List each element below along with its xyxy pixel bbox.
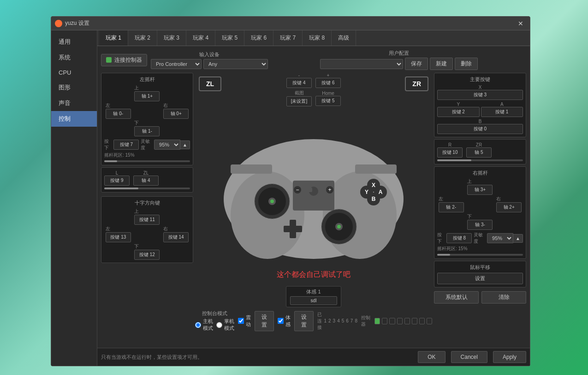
close-button[interactable]: ✕ (515, 19, 526, 28)
right-stick-sensitivity-select[interactable]: 95% (487, 233, 513, 243)
dpad-right-key[interactable]: 按键 14 (163, 232, 189, 242)
zr-title: ZR (466, 142, 492, 147)
dpad-up-key[interactable]: 按键 11 (134, 215, 160, 225)
system-default-button[interactable]: 系统默认 (434, 291, 479, 304)
minus-label: - (286, 73, 312, 78)
controller-dot-4 (397, 318, 403, 324)
screenshot-key[interactable]: [未设置] (286, 96, 312, 106)
haptic1-value[interactable]: sdl (290, 296, 337, 305)
save-config-button[interactable]: 保存 (405, 58, 428, 70)
a-key[interactable]: 按键 1 (481, 107, 523, 117)
window-title: yuzu 设置 (65, 19, 515, 27)
main-buttons-title: 主要按键 (437, 76, 523, 83)
input-device-select[interactable]: Any (203, 59, 268, 69)
zl-button[interactable]: ZL (199, 76, 221, 91)
tab-player6[interactable]: 玩家 6 (244, 30, 273, 46)
dpad-down-key[interactable]: 按键 12 (134, 250, 160, 260)
right-stick-deadzone-slider[interactable] (437, 254, 523, 256)
handheld-mode-radio[interactable]: 主机模式 (195, 318, 214, 332)
sidebar: 通用 系统 CPU 图形 声音 控制 (51, 30, 97, 366)
main-buttons-section: 主要按键 X 按键 3 Y 按键 2 (434, 73, 526, 137)
rumble-checkbox[interactable]: 震动 (238, 314, 251, 328)
zr-slider[interactable] (437, 159, 523, 161)
haptic-settings-button[interactable]: 设置 (294, 311, 314, 331)
rumble-settings-button[interactable]: 设置 (255, 311, 274, 331)
zl-slider[interactable] (104, 188, 190, 189)
tab-player7[interactable]: 玩家 7 (273, 30, 303, 46)
mouse-settings-button[interactable]: 设置 (437, 273, 523, 284)
x-key[interactable]: 按键 3 (437, 90, 523, 100)
user-config-group: 用户配置 保存 新建 删除 (272, 50, 526, 70)
y-key[interactable]: 按键 2 (437, 107, 480, 117)
tab-player4[interactable]: 玩家 4 (186, 30, 215, 46)
sidebar-item-control[interactable]: 控制 (51, 111, 97, 127)
tab-player1[interactable]: 玩家 1 (99, 30, 128, 46)
left-stick-up-key[interactable]: 轴 1+ (134, 91, 160, 101)
new-config-button[interactable]: 新建 (430, 58, 453, 70)
left-stick-title: 左摇杆 (104, 76, 190, 83)
left-stick-sensitivity-label: 灵敏度 (141, 138, 152, 151)
plus-key[interactable]: 按键 6 (315, 78, 341, 88)
user-config-select[interactable] (320, 59, 403, 69)
left-stick-deadzone-slider[interactable] (104, 160, 190, 162)
svg-rect-25 (307, 188, 312, 192)
right-stick-left-key[interactable]: 轴 2- (439, 202, 464, 212)
controller-image: B Y A X − + (208, 109, 420, 266)
app-icon (55, 20, 62, 27)
controller-dot-6 (412, 318, 417, 324)
zr-button[interactable]: ZR (405, 76, 428, 91)
ok-button[interactable]: OK (418, 351, 445, 363)
delete-config-button[interactable]: 删除 (455, 58, 478, 70)
settings-window: yuzu 设置 ✕ 通用 系统 CPU 图形 声音 控制 (51, 16, 530, 366)
right-stick-up-key[interactable]: 轴 3+ (467, 185, 493, 195)
left-stick-sensitivity-select[interactable]: 95% (154, 140, 180, 150)
svg-text:+: + (328, 187, 331, 193)
home-key[interactable]: 按键 5 (315, 96, 341, 106)
left-stick-sensitivity-up[interactable]: ▲ (180, 141, 190, 149)
tab-player2[interactable]: 玩家 2 (128, 30, 157, 46)
mouse-section: 鼠标平移 设置 (434, 261, 526, 287)
tab-player8[interactable]: 玩家 8 (303, 30, 332, 46)
zr-axis-key[interactable]: 轴 5 (466, 147, 492, 158)
connect-controller-button[interactable]: 连接控制器 (101, 54, 147, 66)
l-key[interactable]: 按键 9 (104, 176, 130, 186)
sidebar-item-system[interactable]: 系统 (51, 50, 97, 65)
right-stick-sensitivity-up[interactable]: ▲ (513, 234, 523, 243)
left-stick-left-key[interactable]: 轴 0- (106, 109, 131, 119)
right-stick-press-key[interactable]: 按键 8 (446, 233, 472, 243)
y-label: Y (437, 102, 480, 107)
minus-key[interactable]: 按键 4 (286, 78, 312, 88)
left-stick-press-key[interactable]: 按键 7 (113, 140, 139, 150)
right-stick-down-key[interactable]: 轴 3- (467, 220, 493, 230)
top-center-buttons: ZL - 按键 4 + (195, 73, 432, 106)
left-stick-down-key[interactable]: 轴 1- (134, 126, 160, 136)
right-stick-right-key[interactable]: 轴 2+ (496, 202, 522, 212)
zl-title: ZL (133, 170, 159, 176)
portable-mode-radio[interactable]: 掌机模式 (216, 318, 235, 332)
sidebar-item-graphics[interactable]: 图形 (51, 80, 97, 95)
tab-player3[interactable]: 玩家 3 (157, 30, 186, 46)
controls-grid: 左摇杆 上 轴 1+ 左 轴 0- (101, 73, 526, 326)
apply-button[interactable]: Apply (493, 351, 526, 363)
cancel-button[interactable]: Cancel (451, 351, 487, 363)
haptic-checkbox[interactable]: 体感 (278, 314, 291, 328)
l-button-section: L 按键 9 ZL 轴 4 (101, 167, 193, 193)
dpad-left-key[interactable]: 按键 13 (106, 232, 131, 242)
haptic1-section: 体感 1 sdl (286, 286, 341, 307)
right-stick-down-label: 下 (467, 213, 493, 220)
user-config-label: 用户配置 (389, 50, 409, 57)
l-title: L (104, 170, 130, 176)
tab-player5[interactable]: 玩家 5 (215, 30, 244, 46)
zl-key[interactable]: 轴 4 (133, 176, 159, 186)
sidebar-item-cpu[interactable]: CPU (51, 65, 97, 80)
b-key[interactable]: 按键 0 (437, 124, 523, 134)
left-stick-right-key[interactable]: 轴 0+ (163, 109, 189, 119)
overlay-text: 这个都会自己调试了吧 (277, 270, 350, 280)
dpad-left-label: 左 (106, 226, 131, 232)
r-key[interactable]: 按键 10 (437, 147, 463, 158)
clear-button[interactable]: 清除 (481, 291, 526, 304)
tab-advanced[interactable]: 高级 (332, 30, 356, 46)
sidebar-item-general[interactable]: 通用 (51, 34, 97, 50)
controller-type-select[interactable]: Pro Controller (151, 59, 202, 69)
sidebar-item-audio[interactable]: 声音 (51, 95, 97, 111)
